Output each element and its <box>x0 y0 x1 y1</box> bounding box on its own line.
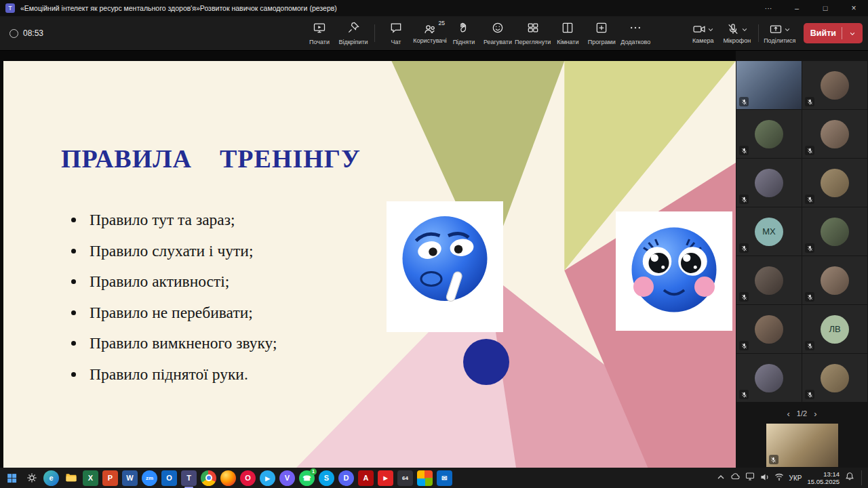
start-button[interactable]: Почати <box>302 18 336 49</box>
opera-icon[interactable]: O <box>240 470 256 486</box>
share-button[interactable]: Поділитися <box>763 18 797 49</box>
mic-muted-icon <box>726 22 748 36</box>
view-button[interactable]: Переглянути <box>515 18 551 49</box>
unpin-button[interactable]: Відкріпити <box>336 18 370 49</box>
network-wifi-icon[interactable] <box>774 472 784 484</box>
more-options-icon[interactable]: ··· <box>754 0 783 16</box>
windows-taskbar: e X P W zm O T O ▸ V ☎ 1 S D A ▶ 64 ✉ УК… <box>0 468 868 488</box>
more-button[interactable]: Додатково <box>618 18 652 49</box>
prev-page-icon[interactable]: ‹ <box>787 409 790 419</box>
participant-tile[interactable] <box>736 159 802 207</box>
participant-tile-initials[interactable]: ЛВ <box>802 305 867 353</box>
media-player-icon[interactable]: ▶ <box>378 470 393 486</box>
participants-button[interactable]: 25 Користувачі <box>413 18 447 49</box>
onedrive-cloud-icon[interactable] <box>730 472 740 484</box>
bullet-dot <box>71 249 76 253</box>
whatsapp-glyph: ☎ <box>302 474 311 482</box>
tray-date: 15.05.2025 <box>807 478 840 485</box>
participant-tile[interactable] <box>736 354 802 402</box>
bullet-item: Правило піднятої руки. <box>71 359 277 390</box>
mic-muted-icon <box>805 243 814 253</box>
next-page-icon[interactable]: › <box>814 409 816 419</box>
maximize-button[interactable]: □ <box>811 0 840 16</box>
camera-button[interactable]: Камера <box>686 18 720 49</box>
participant-tile[interactable] <box>802 256 867 304</box>
participants-grid: МХ ЛВ <box>736 61 868 402</box>
participants-pagination: ‹ 1/2 › <box>736 405 868 422</box>
bullet-item: Правило тут та зараз; <box>71 205 277 236</box>
participant-tile[interactable] <box>736 305 802 353</box>
whatsapp-badge: 1 <box>310 468 317 475</box>
participant-tile[interactable] <box>802 61 867 109</box>
powerpoint-icon[interactable]: P <box>102 470 118 486</box>
discord-icon[interactable]: D <box>338 470 354 486</box>
edge-icon[interactable]: e <box>43 470 59 486</box>
whatsapp-icon[interactable]: ☎ 1 <box>299 470 315 486</box>
mail-icon[interactable]: ✉ <box>437 470 452 486</box>
telegram-icon[interactable]: ▸ <box>260 470 275 486</box>
mic-muted-icon <box>805 146 814 155</box>
show-desktop-button[interactable] <box>861 470 864 485</box>
outlook-icon[interactable]: O <box>161 470 177 486</box>
word-icon[interactable]: W <box>122 470 138 486</box>
presentation-slide: ПРАВИЛА ТРЕНІНГУ Правило тут та зараз; П… <box>3 61 736 468</box>
firefox-icon[interactable] <box>220 470 236 486</box>
more-label: Додатково <box>620 39 650 45</box>
viber-icon[interactable]: V <box>279 470 295 486</box>
clock[interactable]: 13:14 15.05.2025 <box>807 470 840 485</box>
hwinfo64-icon[interactable]: 64 <box>397 470 413 486</box>
raise-hand-button[interactable]: Підняти <box>447 18 481 49</box>
participants-count-badge: 25 <box>439 20 445 26</box>
minimize-button[interactable]: – <box>783 0 811 16</box>
participant-avatar <box>755 315 783 344</box>
file-explorer-icon[interactable] <box>63 470 79 486</box>
mic-muted-icon <box>805 195 814 204</box>
chat-button[interactable]: Чат <box>379 18 413 49</box>
participant-tile[interactable] <box>736 256 802 304</box>
participant-tile[interactable] <box>802 207 867 256</box>
participant-tile[interactable] <box>802 159 867 207</box>
chrome-icon[interactable] <box>201 470 216 486</box>
bullet-item: Правило вимкненого звуку; <box>71 328 277 359</box>
mic-muted-icon <box>805 292 814 302</box>
participant-tile-initials[interactable]: МХ <box>736 207 802 256</box>
slide-blue-circle <box>463 339 509 385</box>
skype-icon[interactable]: S <box>319 470 334 486</box>
chrome-icon-core <box>205 474 212 481</box>
microphone-button[interactable]: Мікрофон <box>720 18 754 49</box>
mic-muted-icon <box>739 243 749 253</box>
hidden-icons-chevron[interactable] <box>717 472 725 484</box>
apps-button[interactable]: Програми <box>585 18 618 49</box>
apps-label: Програми <box>588 39 616 45</box>
ms-store-icon[interactable] <box>417 470 433 486</box>
people-icon: 25 <box>423 22 437 36</box>
display-icon[interactable] <box>745 472 755 484</box>
react-smiley-icon <box>491 21 505 37</box>
language-indicator[interactable]: УКР <box>789 474 802 482</box>
bullet-text: Правило піднятої руки. <box>90 365 248 384</box>
start-icon[interactable] <box>4 470 20 486</box>
notifications-bell-icon[interactable] <box>845 472 854 484</box>
zoom-icon[interactable]: zm <box>142 470 157 486</box>
toolbar-divider <box>374 24 375 42</box>
excel-icon[interactable]: X <box>83 470 98 486</box>
react-button[interactable]: Реагувати <box>481 18 515 49</box>
teams-app-icon: T <box>5 3 15 13</box>
teams-icon[interactable]: T <box>181 470 197 486</box>
acrobat-icon[interactable]: A <box>358 470 374 486</box>
participant-tile[interactable] <box>802 110 867 158</box>
participant-tile[interactable] <box>736 110 802 158</box>
bullet-text: Правило слухати і чути; <box>90 242 253 260</box>
settings-gear-icon[interactable] <box>24 470 39 486</box>
present-icon <box>313 21 326 37</box>
close-button[interactable]: × <box>840 0 868 16</box>
view-label: Переглянути <box>515 39 551 45</box>
bullet-text: Правило не перебивати; <box>90 304 253 322</box>
rooms-button[interactable]: Кімнати <box>551 18 585 49</box>
participant-video-tile-large[interactable] <box>766 424 838 467</box>
participant-video-tile[interactable] <box>736 61 802 109</box>
participant-tile[interactable] <box>802 354 867 402</box>
bullet-dot <box>71 341 76 346</box>
volume-icon[interactable] <box>760 472 769 484</box>
leave-button[interactable]: Вийти <box>804 23 863 43</box>
